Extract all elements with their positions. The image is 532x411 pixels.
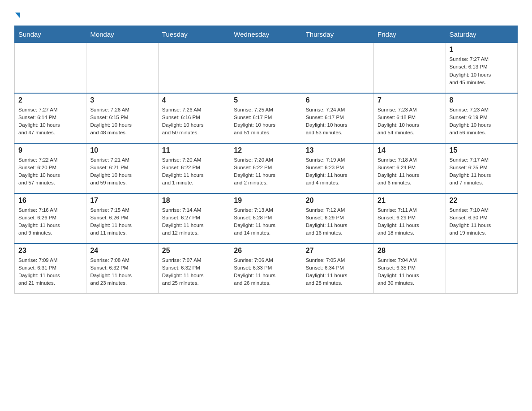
calendar-cell (158, 43, 230, 93)
day-number: 12 (234, 146, 298, 154)
calendar-cell (374, 43, 446, 93)
day-info: Sunrise: 7:19 AM Sunset: 6:23 PM Dayligh… (306, 156, 370, 187)
day-info: Sunrise: 7:21 AM Sunset: 6:21 PM Dayligh… (90, 156, 154, 187)
day-info: Sunrise: 7:22 AM Sunset: 6:20 PM Dayligh… (18, 156, 82, 187)
day-number: 17 (90, 197, 154, 205)
col-header-monday: Monday (86, 26, 158, 43)
calendar-cell (446, 244, 517, 294)
col-header-friday: Friday (374, 26, 446, 43)
calendar-cell: 16Sunrise: 7:16 AM Sunset: 6:26 PM Dayli… (15, 193, 86, 244)
day-info: Sunrise: 7:08 AM Sunset: 6:32 PM Dayligh… (90, 257, 154, 287)
day-info: Sunrise: 7:20 AM Sunset: 6:22 PM Dayligh… (234, 156, 298, 187)
calendar-cell: 8Sunrise: 7:23 AM Sunset: 6:19 PM Daylig… (446, 93, 517, 143)
calendar-cell: 27Sunrise: 7:05 AM Sunset: 6:34 PM Dayli… (302, 244, 373, 294)
day-number: 14 (378, 146, 442, 154)
calendar-cell: 14Sunrise: 7:18 AM Sunset: 6:24 PM Dayli… (374, 143, 446, 193)
calendar-cell: 21Sunrise: 7:11 AM Sunset: 6:29 PM Dayli… (374, 193, 446, 244)
calendar-cell: 9Sunrise: 7:22 AM Sunset: 6:20 PM Daylig… (15, 143, 86, 193)
day-number: 27 (306, 247, 370, 255)
calendar-cell: 26Sunrise: 7:06 AM Sunset: 6:33 PM Dayli… (230, 244, 302, 294)
day-info: Sunrise: 7:17 AM Sunset: 6:25 PM Dayligh… (450, 156, 514, 187)
logo (14, 11, 20, 17)
day-number: 3 (90, 96, 154, 104)
day-info: Sunrise: 7:05 AM Sunset: 6:34 PM Dayligh… (306, 257, 370, 287)
col-header-wednesday: Wednesday (230, 26, 302, 43)
calendar-cell: 3Sunrise: 7:26 AM Sunset: 6:15 PM Daylig… (86, 93, 158, 143)
calendar-cell: 18Sunrise: 7:14 AM Sunset: 6:27 PM Dayli… (158, 193, 230, 244)
calendar-week-row: 23Sunrise: 7:09 AM Sunset: 6:31 PM Dayli… (15, 244, 518, 294)
calendar-cell (302, 43, 373, 93)
calendar-header-row: SundayMondayTuesdayWednesdayThursdayFrid… (15, 26, 518, 43)
day-number: 11 (162, 146, 226, 154)
calendar-week-row: 16Sunrise: 7:16 AM Sunset: 6:26 PM Dayli… (15, 193, 518, 244)
day-number: 22 (450, 197, 514, 205)
day-number: 8 (450, 96, 514, 104)
calendar-cell: 7Sunrise: 7:23 AM Sunset: 6:18 PM Daylig… (374, 93, 446, 143)
day-number: 26 (234, 247, 298, 255)
col-header-thursday: Thursday (302, 26, 373, 43)
calendar-cell: 1Sunrise: 7:27 AM Sunset: 6:13 PM Daylig… (446, 43, 517, 93)
calendar-cell: 22Sunrise: 7:10 AM Sunset: 6:30 PM Dayli… (446, 193, 517, 244)
day-info: Sunrise: 7:04 AM Sunset: 6:35 PM Dayligh… (378, 257, 442, 287)
calendar-cell: 6Sunrise: 7:24 AM Sunset: 6:17 PM Daylig… (302, 93, 373, 143)
day-number: 21 (378, 197, 442, 205)
col-header-sunday: Sunday (15, 26, 86, 43)
day-number: 15 (450, 146, 514, 154)
day-info: Sunrise: 7:11 AM Sunset: 6:29 PM Dayligh… (378, 206, 442, 237)
calendar-cell (15, 43, 86, 93)
day-info: Sunrise: 7:18 AM Sunset: 6:24 PM Dayligh… (378, 156, 442, 187)
day-number: 16 (18, 197, 82, 205)
day-info: Sunrise: 7:26 AM Sunset: 6:16 PM Dayligh… (162, 106, 226, 137)
day-info: Sunrise: 7:27 AM Sunset: 6:14 PM Dayligh… (18, 106, 82, 137)
day-info: Sunrise: 7:23 AM Sunset: 6:18 PM Dayligh… (378, 106, 442, 137)
day-number: 24 (90, 247, 154, 255)
day-number: 4 (162, 96, 226, 104)
day-number: 2 (18, 96, 82, 104)
day-number: 7 (378, 96, 442, 104)
day-info: Sunrise: 7:06 AM Sunset: 6:33 PM Dayligh… (234, 257, 298, 287)
day-number: 13 (306, 146, 370, 154)
calendar-week-row: 9Sunrise: 7:22 AM Sunset: 6:20 PM Daylig… (15, 143, 518, 193)
day-info: Sunrise: 7:07 AM Sunset: 6:32 PM Dayligh… (162, 257, 226, 287)
day-number: 19 (234, 197, 298, 205)
calendar-cell: 23Sunrise: 7:09 AM Sunset: 6:31 PM Dayli… (15, 244, 86, 294)
calendar-cell: 17Sunrise: 7:15 AM Sunset: 6:26 PM Dayli… (86, 193, 158, 244)
calendar-cell: 25Sunrise: 7:07 AM Sunset: 6:32 PM Dayli… (158, 244, 230, 294)
day-number: 9 (18, 146, 82, 154)
day-number: 1 (450, 46, 514, 54)
logo-arrow-icon (15, 13, 20, 18)
col-header-saturday: Saturday (446, 26, 517, 43)
calendar-cell (230, 43, 302, 93)
day-info: Sunrise: 7:23 AM Sunset: 6:19 PM Dayligh… (450, 106, 514, 137)
day-info: Sunrise: 7:16 AM Sunset: 6:26 PM Dayligh… (18, 206, 82, 237)
day-info: Sunrise: 7:26 AM Sunset: 6:15 PM Dayligh… (90, 106, 154, 137)
day-number: 10 (90, 146, 154, 154)
calendar-cell: 24Sunrise: 7:08 AM Sunset: 6:32 PM Dayli… (86, 244, 158, 294)
calendar-week-row: 2Sunrise: 7:27 AM Sunset: 6:14 PM Daylig… (15, 93, 518, 143)
day-info: Sunrise: 7:25 AM Sunset: 6:17 PM Dayligh… (234, 106, 298, 137)
day-info: Sunrise: 7:12 AM Sunset: 6:29 PM Dayligh… (306, 206, 370, 237)
day-number: 25 (162, 247, 226, 255)
calendar-cell: 2Sunrise: 7:27 AM Sunset: 6:14 PM Daylig… (15, 93, 86, 143)
day-info: Sunrise: 7:27 AM Sunset: 6:13 PM Dayligh… (450, 56, 514, 86)
day-number: 20 (306, 197, 370, 205)
day-number: 6 (306, 96, 370, 104)
calendar-cell (86, 43, 158, 93)
calendar-cell: 10Sunrise: 7:21 AM Sunset: 6:21 PM Dayli… (86, 143, 158, 193)
day-info: Sunrise: 7:15 AM Sunset: 6:26 PM Dayligh… (90, 206, 154, 237)
calendar-cell: 19Sunrise: 7:13 AM Sunset: 6:28 PM Dayli… (230, 193, 302, 244)
day-number: 23 (18, 247, 82, 255)
calendar-cell: 12Sunrise: 7:20 AM Sunset: 6:22 PM Dayli… (230, 143, 302, 193)
calendar-cell: 28Sunrise: 7:04 AM Sunset: 6:35 PM Dayli… (374, 244, 446, 294)
day-info: Sunrise: 7:10 AM Sunset: 6:30 PM Dayligh… (450, 206, 514, 237)
day-number: 5 (234, 96, 298, 104)
calendar-cell: 13Sunrise: 7:19 AM Sunset: 6:23 PM Dayli… (302, 143, 373, 193)
calendar-cell: 15Sunrise: 7:17 AM Sunset: 6:25 PM Dayli… (446, 143, 517, 193)
calendar-cell: 20Sunrise: 7:12 AM Sunset: 6:29 PM Dayli… (302, 193, 373, 244)
day-info: Sunrise: 7:24 AM Sunset: 6:17 PM Dayligh… (306, 106, 370, 137)
page-header (14, 11, 518, 17)
calendar-week-row: 1Sunrise: 7:27 AM Sunset: 6:13 PM Daylig… (15, 43, 518, 93)
day-info: Sunrise: 7:13 AM Sunset: 6:28 PM Dayligh… (234, 206, 298, 237)
calendar-cell: 4Sunrise: 7:26 AM Sunset: 6:16 PM Daylig… (158, 93, 230, 143)
calendar-cell: 11Sunrise: 7:20 AM Sunset: 6:22 PM Dayli… (158, 143, 230, 193)
